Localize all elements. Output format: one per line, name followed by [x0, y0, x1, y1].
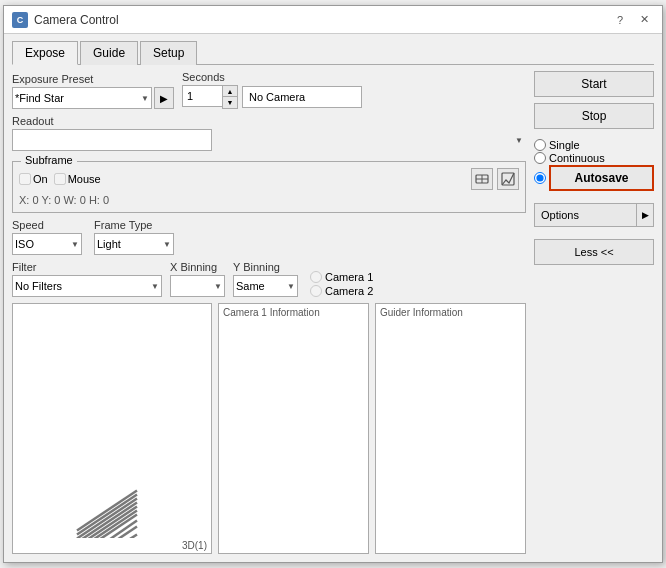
frame-type-label: Frame Type	[94, 219, 174, 231]
camera1-radio[interactable]	[310, 271, 322, 283]
stop-button[interactable]: Stop	[534, 103, 654, 129]
single-radio[interactable]	[534, 139, 546, 151]
frame-type-wrapper: Light	[94, 233, 174, 255]
seconds-group: Seconds 1 ▲ ▼ No Camera	[182, 71, 362, 109]
subframe-mouse-label: Mouse	[54, 173, 101, 185]
continuous-radio[interactable]	[534, 152, 546, 164]
spinner-down[interactable]: ▼	[223, 97, 237, 108]
camera1-radio-label: Camera 1	[310, 271, 373, 283]
less-button[interactable]: Less <<	[534, 239, 654, 265]
svg-line-7	[77, 495, 137, 535]
start-button[interactable]: Start	[534, 71, 654, 97]
subframe-group: Subframe On Mouse	[12, 161, 526, 213]
camera-control-window: C Camera Control ? ✕ Expose Guide Setup …	[3, 5, 663, 563]
y-binning-group: Y Binning Same	[233, 261, 298, 297]
filter-group: Filter No Filters	[12, 261, 162, 297]
continuous-radio-label: Continuous	[534, 152, 654, 164]
seconds-label: Seconds	[182, 71, 362, 83]
frame-type-select[interactable]: Light	[94, 233, 174, 255]
readout-wrapper	[12, 129, 526, 151]
svg-line-6	[77, 491, 137, 531]
subframe-legend: Subframe	[21, 154, 77, 166]
speed-select[interactable]: ISO	[12, 233, 82, 255]
camera2-radio-label: Camera 2	[310, 285, 373, 297]
mode-radio-group: Single Continuous Autosave	[534, 139, 654, 191]
x-binning-group: X Binning	[170, 261, 225, 297]
camera-info-label: Camera 1 Information	[219, 304, 368, 321]
title-bar-controls: ? ✕	[610, 10, 654, 30]
subframe-icon-btn-1[interactable]	[471, 168, 493, 190]
help-button[interactable]: ?	[610, 10, 630, 30]
main-area: Exposure Preset *Find Star ▶ Seconds	[12, 71, 654, 554]
y-binning-wrapper: Same	[233, 275, 298, 297]
window-title: Camera Control	[34, 13, 119, 27]
subframe-row1: On Mouse	[19, 168, 519, 190]
camera-preview-box: 3D(1)	[12, 303, 212, 554]
subframe-coords: X: 0 Y: 0 W: 0 H: 0	[19, 194, 519, 206]
guider-info-label: Guider Information	[376, 304, 525, 321]
spinner-up[interactable]: ▲	[223, 86, 237, 97]
autosave-radio-label: Autosave	[534, 165, 654, 191]
exposure-preset-select[interactable]: *Find Star	[12, 87, 152, 109]
exposure-preset-arrow[interactable]: ▶	[154, 87, 174, 109]
filter-binning-row: Filter No Filters X Binning	[12, 261, 526, 297]
readout-label: Readout	[12, 115, 526, 127]
subframe-mouse-checkbox[interactable]	[54, 173, 66, 185]
x-binning-select[interactable]	[170, 275, 225, 297]
preview-row: 3D(1) Camera 1 Information Guider Inform…	[12, 303, 526, 554]
exposure-preset-wrapper: *Find Star	[12, 87, 152, 109]
options-arrow-button[interactable]: ▶	[636, 203, 654, 227]
seconds-row: 1 ▲ ▼ No Camera	[182, 85, 362, 109]
tab-setup[interactable]: Setup	[140, 41, 197, 65]
left-panel: Exposure Preset *Find Star ▶ Seconds	[12, 71, 526, 554]
speed-wrapper: ISO	[12, 233, 82, 255]
filter-select[interactable]: No Filters	[12, 275, 162, 297]
y-binning-label: Y Binning	[233, 261, 298, 273]
readout-select[interactable]	[12, 129, 212, 151]
y-binning-select[interactable]: Same	[233, 275, 298, 297]
no-camera-display: No Camera	[242, 86, 362, 108]
preview-3d-label: 3D(1)	[178, 538, 211, 553]
speed-frametype-row: Speed ISO Frame Type Light	[12, 219, 526, 255]
spinner-buttons: ▲ ▼	[222, 85, 238, 109]
right-panel: Start Stop Single Continuous Autosave	[534, 71, 654, 554]
tab-guide[interactable]: Guide	[80, 41, 138, 65]
seconds-spinner: 1 ▲ ▼	[182, 85, 238, 109]
seconds-input[interactable]: 1	[182, 85, 222, 107]
readout-group: Readout	[12, 115, 526, 151]
title-bar-left: C Camera Control	[12, 12, 119, 28]
subframe-on-label: On	[19, 173, 48, 185]
tab-expose[interactable]: Expose	[12, 41, 78, 65]
content-area: Expose Guide Setup Exposure Preset *Find…	[4, 34, 662, 562]
x-binning-wrapper	[170, 275, 225, 297]
close-button[interactable]: ✕	[634, 10, 654, 30]
camera-info-box: Camera 1 Information	[218, 303, 369, 554]
single-radio-label: Single	[534, 139, 654, 151]
app-icon: C	[12, 12, 28, 28]
title-bar: C Camera Control ? ✕	[4, 6, 662, 34]
guider-info-box: Guider Information	[375, 303, 526, 554]
svg-text:C: C	[17, 15, 24, 25]
options-row: Options ▶	[534, 203, 654, 227]
subframe-icon-btn-2[interactable]	[497, 168, 519, 190]
autosave-radio[interactable]	[534, 172, 546, 184]
speed-label: Speed	[12, 219, 82, 231]
subframe-on-checkbox[interactable]	[19, 173, 31, 185]
camera2-radio[interactable]	[310, 285, 322, 297]
frame-type-group: Frame Type Light	[94, 219, 174, 255]
x-binning-label: X Binning	[170, 261, 225, 273]
filter-label: Filter	[12, 261, 162, 273]
camera-radio-group: Camera 1 Camera 2	[310, 271, 373, 297]
tab-bar: Expose Guide Setup	[12, 40, 654, 65]
subframe-icons	[471, 168, 519, 190]
options-button[interactable]: Options	[534, 203, 636, 227]
speed-group: Speed ISO	[12, 219, 82, 255]
autosave-button[interactable]: Autosave	[549, 165, 654, 191]
exposure-preset-group: Exposure Preset *Find Star ▶	[12, 73, 174, 109]
exposure-preset-label: Exposure Preset	[12, 73, 174, 85]
camera-logo	[62, 478, 162, 538]
filter-wrapper: No Filters	[12, 275, 162, 297]
